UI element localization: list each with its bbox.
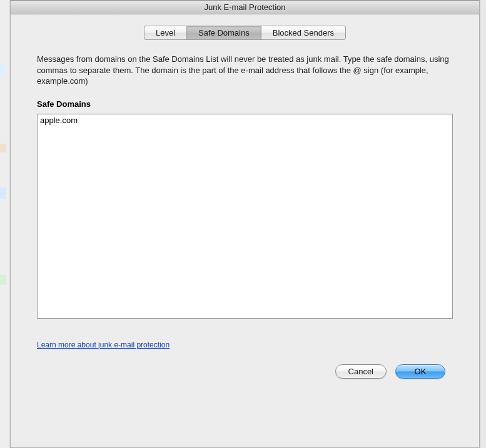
help-link-row: Learn more about junk e-mail protection [37,340,453,349]
page-background-artifact [0,0,10,448]
tab-level[interactable]: Level [144,26,186,40]
safe-domains-textarea-container: apple.com [37,114,453,319]
description-text: Messages from domains on the Safe Domain… [37,54,453,87]
tab-safe-domains[interactable]: Safe Domains [186,26,261,40]
safe-domains-label: Safe Domains [37,99,453,109]
tab-blocked-senders[interactable]: Blocked Senders [261,26,346,40]
ok-button[interactable]: OK [395,364,445,379]
cancel-button[interactable]: Cancel [335,364,387,379]
dialog-content: Level Safe Domains Blocked Senders Messa… [11,14,479,387]
dialog-button-row: Cancel OK [37,364,453,379]
tabs-container: Level Safe Domains Blocked Senders [37,26,453,40]
segmented-tabs: Level Safe Domains Blocked Senders [144,26,346,40]
window-title: Junk E-mail Protection [11,1,479,14]
safe-domains-textarea[interactable]: apple.com [38,114,452,318]
learn-more-link[interactable]: Learn more about junk e-mail protection [37,341,170,349]
dialog-window: Junk E-mail Protection Level Safe Domain… [10,0,480,448]
